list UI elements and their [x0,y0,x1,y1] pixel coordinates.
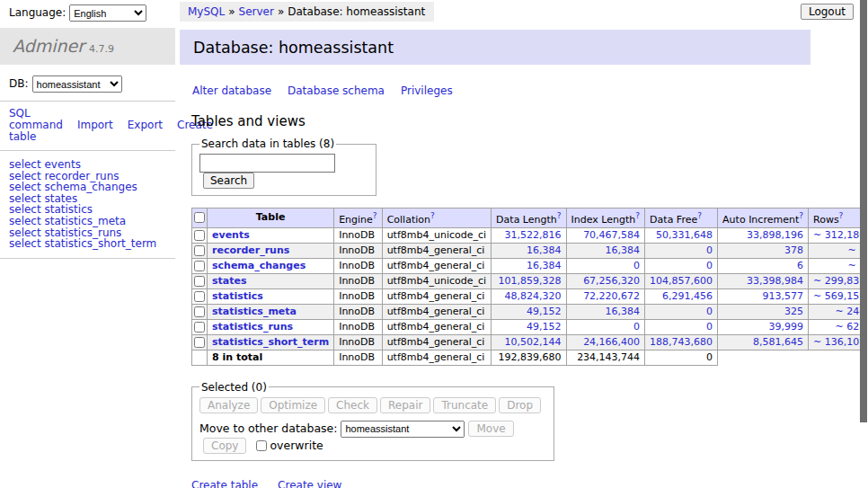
data-length-link[interactable]: 10,502,144 [505,336,562,348]
breadcrumb-mysql-link[interactable]: MySQL [188,5,225,18]
help-link[interactable]: ? [799,211,803,220]
help-link[interactable]: ? [697,211,702,220]
index-length-link[interactable]: 72,220,672 [583,290,640,302]
data-free-link[interactable]: 104,857,600 [650,275,713,287]
engine-cell: InnoDB [334,227,382,243]
row-checkbox[interactable] [194,291,205,302]
row-checkbox[interactable] [194,261,205,271]
data-free-link[interactable]: 50,331,648 [656,229,713,241]
table-row-statistics-short-term: statistics_short_termInnoDButf8mb4_gener… [192,334,868,350]
data-free-cell: 0 [645,319,718,334]
data-length-link[interactable]: 49,152 [527,306,562,317]
data-free-link[interactable]: 0 [706,321,713,333]
row-checkbox[interactable] [194,322,205,333]
index-length-link[interactable]: 67,256,320 [583,275,640,287]
button-analyze[interactable]: Analyze [199,397,258,413]
data-free-cell: 188,743,680 [645,334,718,350]
help-link[interactable]: ? [839,211,844,220]
data-length-link[interactable]: 48,824,320 [505,290,562,302]
data-free-link[interactable]: 6,291,456 [662,290,713,302]
auto-increment-link[interactable]: 378 [784,244,803,256]
search-input[interactable] [199,154,335,173]
data-free-link[interactable]: 0 [706,244,713,256]
rows-link[interactable]: ~ 569,159 [813,290,865,302]
help-link[interactable]: ? [373,211,377,220]
scrollbar[interactable] [860,0,868,488]
index-length-link[interactable]: 16,384 [606,306,641,317]
search-button[interactable]: Search [203,173,254,189]
rows-link[interactable]: ~ 312,180 [813,229,865,241]
table-name-link[interactable]: statistics_short_term [212,336,329,348]
db-select[interactable]: homeassistant [32,75,122,93]
index-length-link[interactable]: 0 [633,321,640,333]
table-name-link[interactable]: schema_changes [212,260,306,271]
data-free-link[interactable]: 188,743,680 [650,336,713,348]
table-name-link[interactable]: statistics [212,290,263,302]
auto-increment-link[interactable]: 39,999 [769,321,804,333]
link-alter-database[interactable]: Alter database [192,84,271,97]
auto-increment-link[interactable]: 913,577 [763,290,804,302]
row-checkbox[interactable] [194,337,205,348]
auto-increment-link[interactable]: 33,898,196 [747,229,803,241]
table-name-link[interactable]: statistics_meta [212,306,297,317]
data-length-link[interactable]: 49,152 [527,321,562,333]
rows-link[interactable]: ~ 136,108 [813,336,865,348]
table-name-cell: statistics_meta [208,304,334,319]
help-link[interactable]: ? [557,211,562,220]
index-length-link[interactable]: 70,467,584 [583,229,640,241]
sidebar-link-sql-command[interactable]: SQL command [9,107,63,131]
help-link[interactable]: ? [430,211,435,220]
row-checkbox[interactable] [194,245,205,256]
auto-increment-link[interactable]: 6 [797,260,803,271]
link-create-view[interactable]: Create view [278,479,341,488]
sidebar-table-link-statistics-short-term[interactable]: statistics_short_term [44,237,156,250]
data-length-link[interactable]: 16,384 [527,244,562,256]
move-button[interactable]: Move [468,421,513,437]
button-optimize[interactable]: Optimize [261,397,325,413]
index-length-link[interactable]: 16,384 [606,244,641,256]
app-logo: Adminer [13,36,84,56]
row-checkbox[interactable] [194,230,205,241]
sidebar-select-link[interactable]: select [9,237,41,250]
link-privileges[interactable]: Privileges [401,84,453,97]
link-create-table[interactable]: Create table [191,479,258,488]
data-free-link[interactable]: 0 [706,306,713,317]
sidebar-divider [0,258,175,259]
table-name-link[interactable]: recorder_runs [212,244,289,256]
auto-increment-link[interactable]: 33,398,984 [747,275,803,287]
row-checkbox[interactable] [194,276,205,287]
index-length-cell: 70,467,584 [566,227,645,243]
sidebar-link-export[interactable]: Export [128,119,163,131]
auto-increment-link[interactable]: 8,581,645 [753,336,803,348]
overwrite-checkbox[interactable] [256,440,267,451]
rows-link[interactable]: ~ 299,833 [813,275,865,287]
button-drop[interactable]: Drop [499,397,541,413]
sidebar-link-import[interactable]: Import [77,119,113,131]
copy-button[interactable]: Copy [203,438,246,454]
row-checkbox-cell [192,258,208,273]
table-row-schema-changes: schema_changesInnoDButf8mb4_general_ci16… [192,258,868,273]
table-name-link[interactable]: events [212,229,250,241]
help-link[interactable]: ? [635,211,640,220]
table-name-link[interactable]: statistics_runs [212,321,293,333]
index-length-link[interactable]: 24,166,400 [583,336,640,348]
data-length-link[interactable]: 16,384 [527,260,562,271]
link-database-schema[interactable]: Database schema [288,84,385,97]
row-checkbox[interactable] [194,306,205,317]
select-all-checkbox[interactable] [194,212,205,223]
table-name-link[interactable]: states [212,275,247,287]
auto-increment-link[interactable]: 325 [784,306,803,317]
data-length-link[interactable]: 31,522,816 [505,229,562,241]
button-repair[interactable]: Repair [380,397,430,413]
button-check[interactable]: Check [328,397,377,413]
index-length-link[interactable]: 0 [633,260,640,271]
button-truncate[interactable]: Truncate [433,397,496,413]
language-select[interactable]: English [69,4,146,22]
data-free-link[interactable]: 0 [706,260,713,271]
breadcrumb-server-link[interactable]: Server [239,5,274,18]
data-length-link[interactable]: 101,859,328 [499,275,562,287]
scrollbar-thumb[interactable] [860,0,867,422]
column-header-auto-increment: Auto Increment? [718,209,809,228]
collation-cell: utf8mb4_general_ci [382,258,491,273]
move-db-select[interactable]: homeassistant [341,421,465,438]
